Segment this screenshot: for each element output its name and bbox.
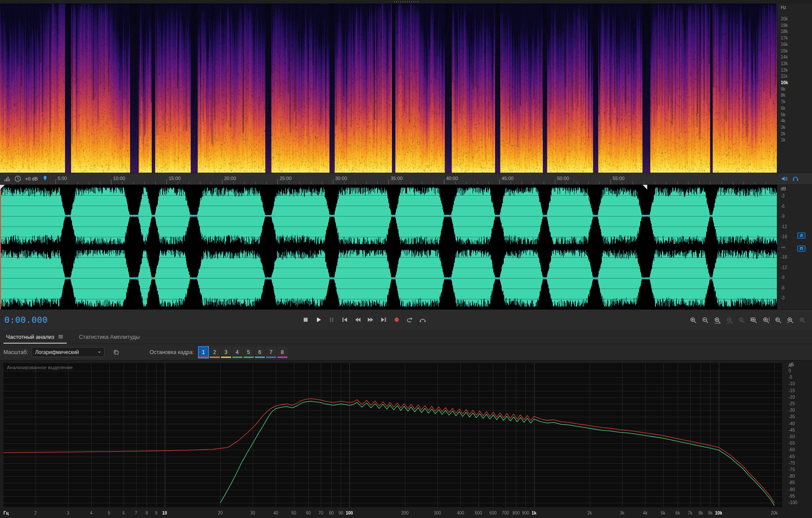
timeline-major-tick (111, 179, 111, 184)
x-tick-label: 7k (688, 511, 692, 515)
y-tick-label: -25 (789, 401, 795, 406)
headphones-icon[interactable] (792, 175, 799, 182)
frame-hold-button-2[interactable]: 2 (210, 347, 220, 358)
chart-y-unit: дБ (789, 362, 794, 367)
frame-hold-number: 1 (202, 349, 205, 355)
x-tick-label: 20 (218, 511, 222, 515)
snap-pin-icon[interactable] (42, 175, 49, 182)
zoom-vertical-icon (738, 317, 745, 324)
clock-icon[interactable] (14, 175, 21, 182)
level-meter-icon[interactable] (3, 175, 10, 182)
frame-hold-button-6[interactable]: 6 (255, 347, 265, 358)
skip-selection-button[interactable] (417, 315, 428, 325)
y-tick-label: -75 (789, 467, 795, 472)
timeline-time-label: 35:00 (391, 176, 403, 181)
rewind-icon (354, 316, 361, 323)
timeline-ruler[interactable]: 5:0010:0015:0020:0025:0030:0035:0040:004… (0, 173, 812, 185)
timeline-time-label: 30:00 (335, 176, 347, 181)
zoom-to-out-point-button[interactable] (761, 315, 770, 325)
freq-tick-label: 19k (781, 23, 788, 28)
timeline-major-tick (555, 179, 555, 184)
y-tick-label: -60 (789, 447, 795, 452)
stop-icon (302, 316, 309, 323)
x-tick-label: 70 (318, 511, 323, 515)
zoom-out-button[interactable] (701, 315, 710, 325)
stop-button[interactable] (300, 315, 311, 325)
zoom-to-selection-button[interactable] (773, 315, 783, 325)
clock-icon (14, 175, 21, 182)
scale-select[interactable]: Логарифмический (32, 347, 104, 357)
spectral-display: Hz 20k19k18k17k16k15k14k13k12k11k10k9k8k… (0, 3, 812, 173)
zoom-vertical-button[interactable] (737, 315, 746, 325)
skip-selection-icon (419, 316, 426, 323)
rewind-button[interactable] (352, 315, 363, 325)
restore-zoom-icon (787, 317, 794, 324)
tab-amplitude-statistics[interactable]: Статистика Амплитуды (76, 330, 142, 344)
drag-handle-dots-icon[interactable] (394, 1, 418, 3)
copy-graph-button[interactable] (111, 347, 122, 357)
x-tick-label: 10 (162, 511, 167, 515)
panel-menu-icon[interactable] (57, 333, 64, 340)
channel-badge-right[interactable]: П (797, 246, 805, 252)
zoom-in-button[interactable] (688, 315, 698, 325)
frame-hold-button-1[interactable]: 1 (199, 347, 209, 358)
channel-badge-left[interactable]: Л (797, 233, 805, 239)
record-button[interactable] (391, 315, 402, 325)
amplitude-tick-label: -3 (781, 193, 785, 198)
chart-y-axis: дБ 0-5-10-15-20-25-30-35-40-45-50-55-60-… (786, 361, 812, 518)
frame-hold-number: 5 (247, 349, 250, 355)
x-tick-label: 9k (708, 511, 713, 515)
waveform-canvas[interactable] (0, 185, 777, 309)
panel-drag-strip (0, 0, 812, 3)
frame-hold-button-3[interactable]: 3 (221, 347, 231, 358)
pause-button[interactable] (326, 315, 337, 325)
frame-hold-button-8[interactable]: 8 (277, 347, 287, 358)
speaker-icon (781, 175, 788, 182)
timeline-major-tick (55, 179, 56, 184)
frequency-chart-canvas (0, 361, 786, 510)
zoom-in-icon (690, 317, 697, 324)
y-tick-label: -10 (789, 381, 795, 386)
timeline-time-label: 55:00 (613, 176, 625, 181)
fast-forward-icon (367, 316, 374, 323)
x-tick-label: 40 (274, 511, 278, 515)
play-button[interactable] (313, 315, 324, 325)
skip-to-start-button[interactable] (339, 315, 350, 325)
zoom-reset-button[interactable] (798, 315, 807, 325)
y-tick-label: -100 (789, 500, 797, 505)
selection-end-handle[interactable] (642, 185, 647, 190)
zoom-to-in-point-button[interactable] (749, 315, 758, 325)
y-tick-label: -65 (789, 454, 795, 459)
frame-hold-button-7[interactable]: 7 (266, 347, 276, 358)
frame-hold-color-bar (199, 357, 209, 358)
y-tick-label: -90 (789, 487, 795, 492)
freq-tick-label: 1k (781, 138, 786, 142)
timeline-major-tick (444, 179, 444, 184)
frame-hold-button-4[interactable]: 4 (232, 347, 242, 358)
loop-playback-button[interactable] (404, 315, 415, 325)
amplitude-tick-label: -18 (781, 255, 787, 259)
zoom-reset-icon (799, 317, 806, 324)
timeline-time-label: 5:00 (58, 176, 67, 181)
fast-forward-button[interactable] (365, 315, 376, 325)
timeline-time-label: 15:00 (169, 176, 181, 181)
y-tick-label: -45 (789, 428, 795, 433)
frame-hold-number: 6 (258, 349, 261, 355)
zoom-in-full-button[interactable] (713, 315, 722, 325)
selection-start-handle[interactable] (0, 185, 5, 190)
timeline-major-tick (222, 179, 222, 184)
monitor-speaker-icon[interactable] (781, 175, 788, 182)
spectrogram-canvas[interactable] (0, 3, 777, 173)
y-tick-label: -40 (789, 421, 795, 426)
freq-tick-label: 5k (781, 112, 786, 117)
frame-hold-button-5[interactable]: 5 (244, 347, 254, 358)
skip-to-end-button[interactable] (378, 315, 389, 325)
zoom-out-full-button[interactable] (725, 315, 734, 325)
timeline-time-label: 45:00 (502, 176, 514, 181)
tab-frequency-analysis[interactable]: Частотный анализ (3, 330, 67, 344)
restore-zoom-button[interactable] (786, 315, 795, 325)
amplitude-tick-label: -6 (781, 204, 785, 209)
freq-tick-label: 3k (781, 125, 786, 130)
freq-tick-label: 15k (781, 49, 788, 53)
chevron-down-icon (96, 349, 102, 355)
